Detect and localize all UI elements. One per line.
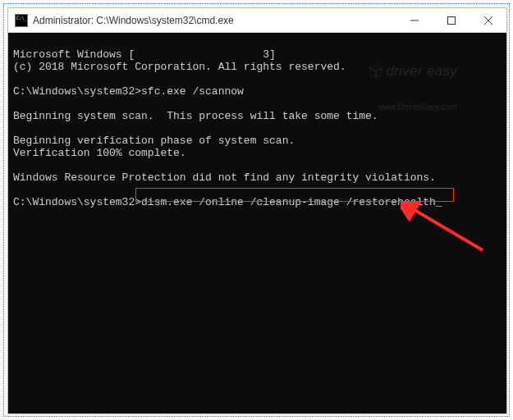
console-line: Verification 100% complete. [13,147,186,159]
console-line: Beginning system scan. This process will… [13,110,378,122]
console-area[interactable]: Microsoft Windows [ 3] (c) 2018 Microsof… [8,33,506,413]
svg-rect-1 [447,16,455,24]
close-button[interactable] [469,8,506,32]
cube-icon [369,64,383,79]
console-line: Beginning verification phase of system s… [13,135,295,147]
typed-command: dism.exe /online /cleanup-image /restore… [141,196,436,208]
cmd-icon [15,14,28,27]
cmd-window: Administrator: C:\Windows\system32\cmd.e… [7,7,507,414]
cursor: _ [436,196,442,208]
typed-command: sfc.exe /scannow [141,85,244,98]
prompt: C:\Windows\system32> [13,85,141,98]
svg-marker-7 [369,68,376,77]
console-line: Windows Resource Protection did not find… [13,171,436,184]
console-line: C:\Windows\system32>dism.exe /online /cl… [13,196,442,208]
titlebar[interactable]: Administrator: C:\Windows\system32\cmd.e… [8,8,506,33]
close-icon [484,16,492,25]
maximize-button[interactable] [433,8,469,32]
screenshot-frame: Administrator: C:\Windows\system32\cmd.e… [3,3,510,417]
window-title: Administrator: C:\Windows\system32\cmd.e… [33,15,396,26]
svg-line-5 [410,208,483,250]
console-line: (c) 2018 Microsoft Corporation. All righ… [13,61,346,73]
minimize-button[interactable] [396,8,433,32]
window-controls [396,8,506,32]
watermark: driver easy www.DriverEasy.com [369,41,457,136]
maximize-icon [447,16,456,25]
watermark-url: www.DriverEasy.com [369,102,457,113]
svg-marker-6 [369,66,382,72]
prompt: C:\Windows\system32> [13,196,141,208]
svg-marker-8 [376,68,382,77]
console-line: C:\Windows\system32>sfc.exe /scannow [13,85,244,98]
watermark-brand: driver easy [387,66,457,77]
console-line: Microsoft Windows [ 3] [13,48,276,61]
minimize-icon [410,16,419,25]
annotation-arrow-icon [401,201,491,258]
